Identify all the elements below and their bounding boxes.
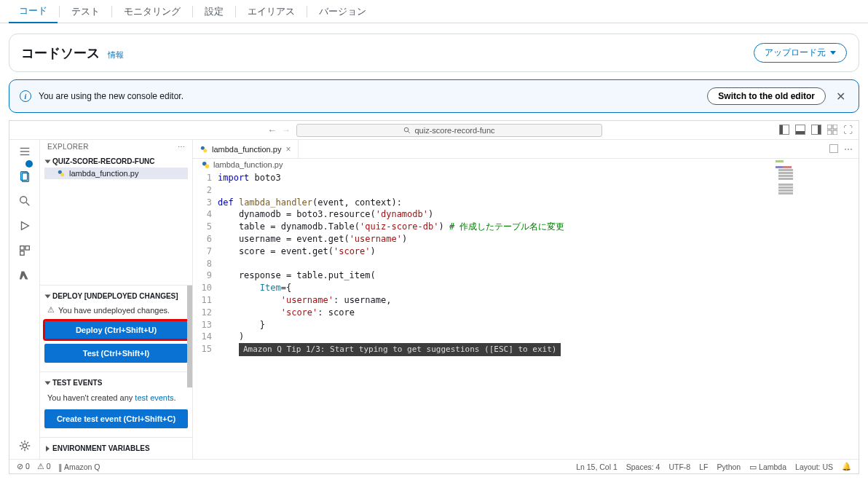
status-line-col[interactable]: Ln 15, Col 1 <box>576 463 618 471</box>
svg-rect-15 <box>25 246 28 250</box>
editor-area: lambda_function.py × ⋯ lambda_function.p… <box>193 140 859 459</box>
status-encoding[interactable]: UTF-8 <box>668 463 690 471</box>
tab-monitoring[interactable]: モニタリング <box>114 1 191 23</box>
ide-container: ← → quiz-score-record-func ⛶ <box>9 120 859 474</box>
fullscreen-icon[interactable]: ⛶ <box>843 125 853 135</box>
svg-rect-5 <box>833 130 837 135</box>
nav-forward-icon[interactable]: → <box>281 125 291 135</box>
status-layout[interactable]: Layout: US <box>795 463 833 471</box>
toggle-primary-sidebar-icon[interactable] <box>779 125 789 135</box>
create-test-event-button[interactable]: Create test event (Ctrl+Shift+C) <box>44 409 188 428</box>
test-events-toggle[interactable]: TEST EVENTS <box>44 377 188 389</box>
svg-line-12 <box>25 202 29 206</box>
separator <box>307 6 307 17</box>
svg-rect-14 <box>20 246 23 250</box>
status-lambda[interactable]: ▭ Lambda <box>749 463 786 471</box>
python-file-icon <box>202 161 210 169</box>
chevron-down-icon <box>45 294 51 298</box>
separator <box>235 6 236 17</box>
svg-point-21 <box>203 149 207 152</box>
upload-from-button[interactable]: アップロード元 <box>754 43 847 63</box>
status-errors[interactable]: ⊘ 0 <box>17 462 30 471</box>
project-folder-toggle[interactable]: QUIZ-SCORE-RECORD-FUNC <box>44 155 188 168</box>
svg-rect-4 <box>827 130 832 135</box>
nav-back-icon[interactable]: ← <box>267 125 277 135</box>
chevron-down-icon <box>45 381 51 385</box>
project-name: QUIZ-SCORE-RECORD-FUNC <box>52 157 155 165</box>
activity-bar <box>9 140 40 459</box>
file-lambda-function[interactable]: lambda_function.py <box>44 168 188 179</box>
deploy-section-label: DEPLOY [UNDEPLOYED CHANGES] <box>52 292 178 300</box>
tab-code[interactable]: コード <box>9 0 58 23</box>
search-text: quiz-score-record-func <box>414 126 494 135</box>
alert-message: You are using the new console editor. <box>39 91 184 101</box>
explorer-icon[interactable] <box>17 169 32 184</box>
svg-point-11 <box>20 197 26 203</box>
warning-icon: ⚠ <box>47 305 55 315</box>
test-events-link[interactable]: test events <box>135 393 173 402</box>
info-link[interactable]: 情報 <box>108 50 124 59</box>
scrollbar-thumb[interactable] <box>187 286 192 387</box>
toggle-panel-icon[interactable] <box>795 125 805 135</box>
more-icon[interactable]: ⋯ <box>178 143 185 151</box>
status-eol[interactable]: LF <box>699 463 708 471</box>
tab-alias[interactable]: エイリアス <box>237 1 305 23</box>
run-debug-icon[interactable] <box>17 219 32 233</box>
editor-tab-label: lambda_function.py <box>212 145 281 154</box>
split-editor-icon[interactable] <box>829 144 838 153</box>
file-name: lambda_function.py <box>69 169 138 178</box>
chevron-right-icon <box>46 446 50 452</box>
code-source-panel: コードソース 情報 アップロード元 <box>9 34 859 72</box>
close-tab-icon[interactable]: × <box>285 144 291 154</box>
undeployed-message: You have undeployed changes. <box>58 306 170 315</box>
status-warnings[interactable]: ⚠ 0 <box>37 462 51 471</box>
env-vars-toggle[interactable]: ENVIRONMENT VARIABLES <box>44 442 188 454</box>
status-notifications-icon[interactable]: 🔔 <box>842 462 851 471</box>
settings-gear-icon[interactable] <box>17 438 32 453</box>
code-lines[interactable]: import boto3 def lambda_handler(event, c… <box>218 170 859 459</box>
env-vars-label: ENVIRONMENT VARIABLES <box>52 444 150 452</box>
toggle-secondary-sidebar-icon[interactable] <box>811 125 821 135</box>
test-button[interactable]: Test (Ctrl+Shift+I) <box>44 344 188 363</box>
svg-point-19 <box>60 173 64 176</box>
svg-point-23 <box>205 164 210 168</box>
breadcrumb-text: lambda_function.py <box>213 160 283 169</box>
switch-old-editor-button[interactable]: Switch to the old editor <box>707 87 826 105</box>
customize-layout-icon[interactable] <box>827 125 837 135</box>
explorer-label: EXPLORER <box>47 143 89 151</box>
lambda-icon[interactable] <box>17 268 32 283</box>
test-events-label: TEST EVENTS <box>52 379 102 387</box>
status-bar: ⊘ 0 ⚠ 0 ‖ Amazon Q Ln 15, Col 1 Spaces: … <box>9 459 859 473</box>
separator <box>192 6 193 17</box>
tab-version[interactable]: バージョン <box>309 1 376 23</box>
editor-more-icon[interactable]: ⋯ <box>844 144 853 154</box>
svg-line-1 <box>409 131 411 133</box>
svg-point-0 <box>405 127 409 132</box>
command-palette-search[interactable]: quiz-score-record-func <box>296 124 602 137</box>
extensions-icon[interactable] <box>17 243 32 258</box>
svg-rect-2 <box>827 125 832 129</box>
svg-rect-16 <box>20 251 23 255</box>
line-gutter: 123456789101112131415 <box>193 170 218 459</box>
svg-rect-3 <box>833 125 837 129</box>
editor-tab-lambda-function[interactable]: lambda_function.py × <box>193 140 299 158</box>
separator <box>111 6 112 17</box>
code-editor[interactable]: 123456789101112131415 import boto3 def l… <box>193 170 859 459</box>
explorer-sidebar: EXPLORER ⋯ QUIZ-SCORE-RECORD-FUNC lambda… <box>40 140 193 459</box>
tab-settings[interactable]: 設定 <box>194 1 234 23</box>
separator <box>59 6 60 17</box>
search-activity-icon[interactable] <box>17 194 32 208</box>
status-amazon-q[interactable]: ‖ Amazon Q <box>58 463 100 471</box>
close-icon[interactable]: ✕ <box>833 90 848 103</box>
panel-title: コードソース <box>21 46 100 60</box>
editor-tabs: lambda_function.py × ⋯ <box>193 140 859 159</box>
tab-test[interactable]: テスト <box>61 1 110 23</box>
status-spaces[interactable]: Spaces: 4 <box>626 463 660 471</box>
deploy-button[interactable]: Deploy (Ctrl+Shift+U) <box>44 320 188 339</box>
deploy-section-toggle[interactable]: DEPLOY [UNDEPLOYED CHANGES] <box>44 290 188 302</box>
chevron-down-icon <box>45 160 51 163</box>
menu-icon[interactable] <box>17 144 32 159</box>
breadcrumb[interactable]: lambda_function.py <box>193 159 859 170</box>
python-file-icon <box>58 170 65 177</box>
status-language[interactable]: Python <box>717 463 741 471</box>
